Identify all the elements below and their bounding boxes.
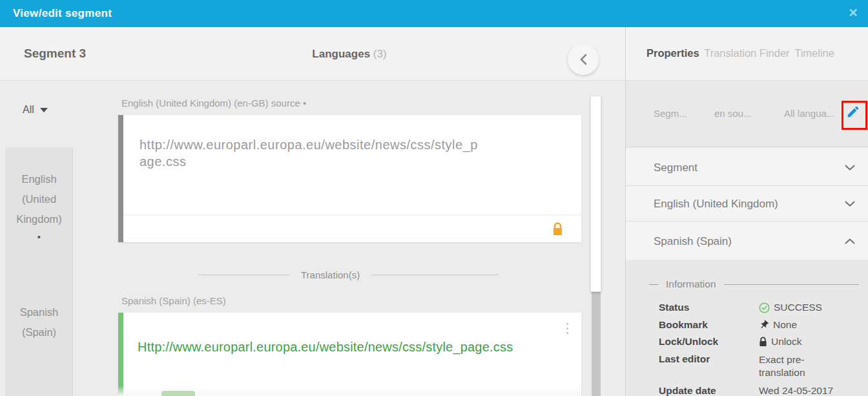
sidebar-item-spanish-spain[interactable]: Spanish (Spain): [5, 302, 73, 342]
language-filter-label: All: [23, 104, 34, 115]
scrollbar-thumb[interactable]: [590, 96, 601, 292]
properties-accordion: Segment English (United Kingdom) Spanish…: [626, 148, 868, 260]
close-icon[interactable]: ✕: [845, 5, 861, 21]
information-title: Information: [658, 278, 724, 290]
rail-item-label: English (United Kingdom): [16, 173, 62, 225]
language-filter-dropdown[interactable]: All: [23, 104, 48, 116]
accordion-label: Segment: [654, 162, 698, 174]
chevron-down-icon: [845, 165, 855, 171]
segment-title: Segment 3: [24, 47, 86, 61]
info-value-text: Exact pre-translation: [759, 353, 840, 379]
source-segment-text: http://www.europarl.europa.eu/website/ne…: [140, 136, 568, 170]
info-label: Lock/Unlock: [659, 336, 759, 348]
tab-translation-finder[interactable]: Translation Finder: [704, 47, 789, 59]
source-footer: [123, 214, 581, 242]
chevron-down-icon: [845, 201, 855, 207]
sidebar-item-english-uk[interactable]: English (United Kingdom) •: [5, 169, 73, 245]
info-row-lock: Lock/Unlock Unlock: [659, 336, 862, 348]
filter-segment[interactable]: Segm...: [654, 108, 687, 119]
chevron-left-icon: [580, 54, 587, 65]
pin-icon: [759, 320, 769, 330]
info-label: Update date: [659, 385, 759, 396]
chevron-up-icon: [845, 238, 855, 244]
info-row-status: Status SUCCESS: [659, 302, 862, 313]
info-value-text: Unlock: [771, 336, 801, 348]
properties-tab-bar: Properties Translation Finder Timeline: [646, 47, 868, 59]
tab-timeline[interactable]: Timeline: [794, 47, 834, 59]
source-language-label: English (United Kingdom) (en-GB) source …: [121, 98, 306, 109]
match-tag[interactable]: [161, 391, 195, 396]
scrollbar-track[interactable]: [592, 291, 601, 396]
accordion-label: Spanish (Spain): [654, 235, 732, 248]
languages-heading: Languages (3): [259, 48, 440, 61]
info-label: Last editor: [659, 353, 759, 379]
information-section: Information Status SUCCESS Bookmark None: [626, 260, 868, 396]
target-segment-box[interactable]: Http://www.europarl.europa.eu/website/ne…: [118, 313, 581, 396]
modal-title: View/edit segment: [13, 7, 112, 20]
info-row-last-editor: Last editor Exact pre-translation: [659, 353, 862, 379]
source-segment-box[interactable]: http://www.europarl.europa.eu/website/ne…: [118, 115, 581, 242]
information-header: Information: [649, 278, 859, 290]
filter-all-languages[interactable]: All langua...: [784, 108, 834, 119]
kebab-menu-icon[interactable]: [564, 323, 570, 337]
accordion-segment[interactable]: Segment: [626, 148, 868, 186]
info-label: Bookmark: [659, 319, 759, 331]
info-value-text: Wed 24-05-2017: [759, 385, 833, 396]
languages-label: Languages: [312, 48, 370, 60]
info-row-update-date: Update date Wed 24-05-2017: [659, 385, 862, 396]
info-row-bookmark: Bookmark None: [659, 319, 862, 331]
accordion-english-uk[interactable]: English (United Kingdom): [626, 186, 868, 222]
lock-icon[interactable]: [552, 222, 563, 236]
lock-icon: [759, 337, 767, 347]
target-segment-text: Http://www.europarl.europa.eu/website/ne…: [138, 340, 555, 355]
info-value-text: None: [773, 319, 797, 331]
annotation-highlight: [842, 101, 867, 130]
languages-count: (3): [373, 48, 387, 60]
caret-down-icon: [40, 108, 48, 112]
collapse-panel-button[interactable]: [568, 44, 599, 75]
language-rail: English (United Kingdom) • Spanish (Spai…: [5, 147, 73, 396]
tab-properties[interactable]: Properties: [646, 47, 699, 59]
filter-en-source[interactable]: en sou...: [714, 108, 752, 119]
status-bullet: •: [5, 229, 73, 245]
accordion-label: English (United Kingdom): [654, 198, 778, 211]
info-label: Status: [659, 302, 759, 313]
rail-item-label: Spanish (Spain): [20, 306, 59, 338]
translations-divider-label: Translation(s): [289, 269, 371, 280]
accordion-spanish-spain[interactable]: Spanish (Spain): [626, 222, 868, 260]
translations-divider: Translation(s): [198, 269, 499, 280]
info-value-text: SUCCESS: [774, 302, 822, 313]
target-language-label: Spanish (Spain) (es-ES): [121, 295, 226, 306]
modal-title-bar: View/edit segment ✕: [0, 0, 868, 27]
properties-subheader: Segm... en sou... All langua...: [626, 81, 868, 147]
check-circle-icon: [759, 302, 770, 313]
